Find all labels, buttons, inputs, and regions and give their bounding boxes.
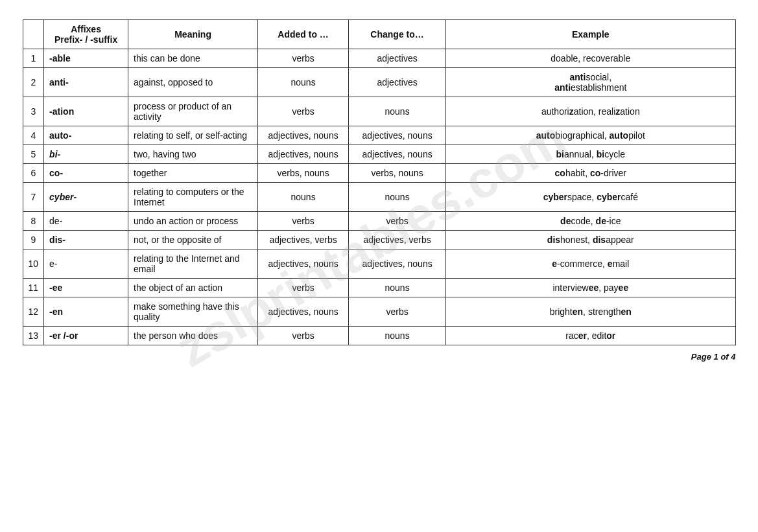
row-affix: -ation bbox=[44, 97, 128, 126]
row-meaning: the person who does bbox=[128, 327, 258, 345]
table-row: 12-enmake something have this qualityadj… bbox=[23, 297, 735, 327]
row-meaning: the object of an action bbox=[128, 279, 258, 297]
row-meaning: relating to self, or self-acting bbox=[128, 126, 258, 145]
row-change-to: adjectives bbox=[349, 68, 446, 97]
row-change-to: nouns bbox=[349, 97, 446, 126]
page-footer: Page 1 of 4 bbox=[23, 352, 736, 362]
row-meaning: make something have this quality bbox=[128, 297, 258, 327]
table-row: 7cyber-relating to computers or the Inte… bbox=[23, 183, 735, 212]
row-change-to: adjectives, verbs bbox=[349, 231, 446, 249]
row-example: e-commerce, email bbox=[446, 249, 735, 279]
row-num: 5 bbox=[23, 145, 44, 164]
row-change-to: verbs bbox=[349, 297, 446, 327]
row-meaning: this can be done bbox=[128, 49, 258, 68]
row-affix: dis- bbox=[44, 231, 128, 249]
row-affix: -able bbox=[44, 49, 128, 68]
row-num: 10 bbox=[23, 249, 44, 279]
row-num: 7 bbox=[23, 183, 44, 212]
row-affix: cyber- bbox=[44, 183, 128, 212]
row-example: autobiographical, autopilot bbox=[446, 126, 735, 145]
row-num: 1 bbox=[23, 49, 44, 68]
table-row: 1-ablethis can be doneverbsadjectivesdoa… bbox=[23, 49, 735, 68]
row-num: 13 bbox=[23, 327, 44, 345]
row-meaning: two, having two bbox=[128, 145, 258, 164]
header-added-to: Added to … bbox=[258, 20, 349, 49]
header-affix: AffixesPrefix- / -suffix bbox=[44, 20, 128, 49]
row-change-to: nouns bbox=[349, 183, 446, 212]
table-row: 10e-relating to the Internet and emailad… bbox=[23, 249, 735, 279]
row-change-to: adjectives, nouns bbox=[349, 249, 446, 279]
table-row: 9dis-not, or the opposite ofadjectives, … bbox=[23, 231, 735, 249]
row-added-to: nouns bbox=[258, 183, 349, 212]
row-added-to: adjectives, nouns bbox=[258, 249, 349, 279]
row-example: interviewee, payee bbox=[446, 279, 735, 297]
header-meaning: Meaning bbox=[128, 20, 258, 49]
row-change-to: adjectives bbox=[349, 49, 446, 68]
row-affix: -en bbox=[44, 297, 128, 327]
row-added-to: adjectives, nouns bbox=[258, 297, 349, 327]
row-num: 12 bbox=[23, 297, 44, 327]
row-example: doable, recoverable bbox=[446, 49, 735, 68]
row-affix: bi- bbox=[44, 145, 128, 164]
row-meaning: relating to computers or the Internet bbox=[128, 183, 258, 212]
row-example: biannual, bicycle bbox=[446, 145, 735, 164]
row-example: cohabit, co-driver bbox=[446, 164, 735, 183]
table-row: 11-eethe object of an actionverbsnounsin… bbox=[23, 279, 735, 297]
row-num: 9 bbox=[23, 231, 44, 249]
page-label: Page 1 of 4 bbox=[691, 352, 736, 362]
table-row: 3-ationprocess or product of an activity… bbox=[23, 97, 735, 126]
affixes-table: AffixesPrefix- / -suffix Meaning Added t… bbox=[23, 19, 736, 345]
row-example: authorization, realization bbox=[446, 97, 735, 126]
table-row: 13-er /-orthe person who doesverbsnounsr… bbox=[23, 327, 735, 345]
page-container: zslprintables.com AffixesPrefix- / -suff… bbox=[23, 19, 736, 362]
row-added-to: verbs bbox=[258, 49, 349, 68]
row-added-to: verbs bbox=[258, 327, 349, 345]
row-affix: -er /-or bbox=[44, 327, 128, 345]
row-num: 3 bbox=[23, 97, 44, 126]
row-affix: anti- bbox=[44, 68, 128, 97]
row-example: decode, de-ice bbox=[446, 212, 735, 231]
row-affix: de- bbox=[44, 212, 128, 231]
row-example: antisocial,antiestablishment bbox=[446, 68, 735, 97]
row-affix: -ee bbox=[44, 279, 128, 297]
row-change-to: nouns bbox=[349, 279, 446, 297]
row-meaning: relating to the Internet and email bbox=[128, 249, 258, 279]
table-row: 8de-undo an action or processverbsverbsd… bbox=[23, 212, 735, 231]
row-added-to: nouns bbox=[258, 68, 349, 97]
row-num: 2 bbox=[23, 68, 44, 97]
row-change-to: nouns bbox=[349, 327, 446, 345]
row-added-to: verbs bbox=[258, 279, 349, 297]
row-num: 8 bbox=[23, 212, 44, 231]
row-example: brighten, strengthen bbox=[446, 297, 735, 327]
header-change-to: Change to… bbox=[349, 20, 446, 49]
row-change-to: adjectives, nouns bbox=[349, 126, 446, 145]
row-change-to: verbs, nouns bbox=[349, 164, 446, 183]
row-change-to: verbs bbox=[349, 212, 446, 231]
row-num: 11 bbox=[23, 279, 44, 297]
row-example: racer, editor bbox=[446, 327, 735, 345]
row-added-to: verbs bbox=[258, 212, 349, 231]
row-meaning: undo an action or process bbox=[128, 212, 258, 231]
row-affix: e- bbox=[44, 249, 128, 279]
row-added-to: adjectives, nouns bbox=[258, 145, 349, 164]
row-example: dishonest, disappear bbox=[446, 231, 735, 249]
row-added-to: adjectives, verbs bbox=[258, 231, 349, 249]
row-meaning: against, opposed to bbox=[128, 68, 258, 97]
row-added-to: verbs bbox=[258, 97, 349, 126]
row-change-to: adjectives, nouns bbox=[349, 145, 446, 164]
row-added-to: adjectives, nouns bbox=[258, 126, 349, 145]
row-num: 6 bbox=[23, 164, 44, 183]
row-affix: auto- bbox=[44, 126, 128, 145]
row-added-to: verbs, nouns bbox=[258, 164, 349, 183]
header-num bbox=[23, 20, 44, 49]
table-row: 2anti-against, opposed tonounsadjectives… bbox=[23, 68, 735, 97]
row-meaning: not, or the opposite of bbox=[128, 231, 258, 249]
header-example: Example bbox=[446, 20, 735, 49]
row-meaning: together bbox=[128, 164, 258, 183]
row-num: 4 bbox=[23, 126, 44, 145]
row-meaning: process or product of an activity bbox=[128, 97, 258, 126]
table-row: 4auto-relating to self, or self-actingad… bbox=[23, 126, 735, 145]
table-row: 6co-togetherverbs, nounsverbs, nounscoha… bbox=[23, 164, 735, 183]
table-row: 5bi-two, having twoadjectives, nounsadje… bbox=[23, 145, 735, 164]
row-affix: co- bbox=[44, 164, 128, 183]
